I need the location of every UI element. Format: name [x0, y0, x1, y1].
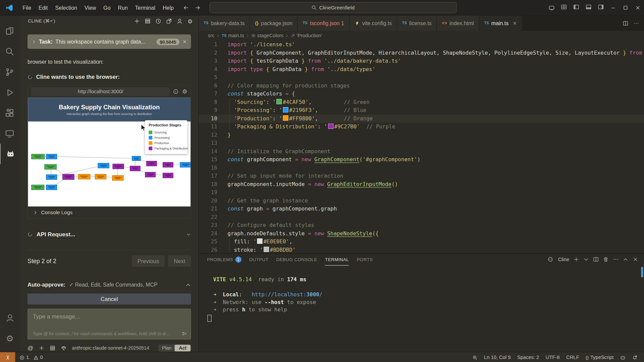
tab-close-icon[interactable] [513, 21, 517, 25]
split-icon[interactable] [623, 20, 628, 26]
api-request-chevron-icon[interactable] [186, 232, 191, 237]
back-arrow-icon[interactable] [183, 5, 189, 10]
statusbar-problems[interactable]: 0 [33, 355, 43, 360]
activitybar-item-extensions[interactable] [0, 103, 19, 123]
tab-main.ts[interactable]: TSmain.ts [479, 16, 523, 31]
graph-node[interactable] [62, 174, 74, 180]
layout-grid-icon[interactable] [561, 4, 567, 10]
graph-node[interactable] [31, 154, 45, 159]
graph-node[interactable] [44, 164, 57, 170]
tab-package.json[interactable]: {}package.json [250, 16, 298, 31]
trash-icon[interactable] [603, 256, 609, 262]
ellipsis-icon[interactable] [633, 20, 639, 26]
activitybar-item-search-side[interactable] [0, 41, 19, 61]
console-logs-toggle[interactable]: Console Logs [28, 206, 191, 219]
graph-node[interactable] [98, 163, 109, 168]
command-center-search[interactable]: ClineGreenfield [209, 2, 457, 13]
statusbar-utf-8[interactable]: UTF-8 [546, 355, 560, 360]
remote-indicator[interactable] [0, 352, 15, 362]
panel-right-icon[interactable] [598, 4, 604, 10]
previous-button[interactable]: Previous [132, 255, 165, 267]
graph-node[interactable] [112, 175, 123, 181]
activitybar-item-remote-explorer[interactable] [0, 123, 19, 143]
info-icon[interactable] [173, 88, 179, 94]
browser-url-field[interactable]: http://localhost:3000/ [31, 87, 170, 96]
plan-act-toggle[interactable]: Plan Act [158, 344, 191, 352]
plus-icon[interactable] [134, 18, 140, 24]
panel-tab-ports[interactable]: PORTS [357, 254, 373, 265]
graph-node[interactable] [163, 162, 173, 168]
graph-node[interactable] [113, 164, 124, 169]
terminal-profile-label[interactable]: Cline [558, 256, 570, 262]
server-icon[interactable] [50, 345, 55, 351]
graph-node[interactable] [180, 162, 191, 168]
server-icon[interactable] [145, 18, 151, 24]
menu-help[interactable]: Help [159, 5, 177, 11]
history-icon[interactable] [155, 18, 161, 24]
activitybar-item-explorer[interactable] [0, 20, 19, 41]
next-button[interactable]: Next [168, 255, 191, 267]
terminal-output[interactable]: VITE v4.5.14 ready in 174 ms ➜ Local: ht… [199, 265, 644, 352]
menu-go[interactable]: Go [100, 5, 114, 11]
tab-bakery-data.ts[interactable]: TSbakery-data.ts [199, 16, 250, 31]
plus-icon[interactable] [573, 256, 579, 262]
panel-tab-terminal[interactable]: TERMINAL [325, 254, 349, 266]
menu-run[interactable]: Run [114, 5, 131, 11]
tab-vite.config.ts[interactable]: vite.config.ts [350, 16, 397, 31]
graph-node[interactable] [132, 156, 141, 161]
minimize-icon[interactable] [607, 5, 620, 10]
breadcrumb-item[interactable]: TSmain.ts [222, 33, 244, 39]
graph-node[interactable] [46, 174, 57, 180]
panel-tab-output[interactable]: OUTPUT [249, 254, 269, 265]
message-composer[interactable]: Type a message... Type @ for context, / … [28, 309, 191, 340]
statusbar-zoom-status[interactable] [472, 355, 478, 360]
panel-left-icon[interactable] [573, 4, 579, 10]
graph-node[interactable] [46, 185, 57, 190]
maximize-icon[interactable] [620, 5, 632, 10]
graph-node[interactable] [145, 172, 156, 177]
chev-u-icon[interactable] [623, 256, 628, 262]
task-close-icon[interactable] [182, 40, 187, 44]
breadcrumb-item[interactable]: 'Production' [291, 33, 322, 39]
menu-view[interactable]: View [81, 5, 100, 11]
account-icon[interactable] [177, 18, 183, 24]
cancel-button[interactable]: Cancel [28, 294, 191, 305]
statusbar-problems[interactable]: 1 [19, 355, 29, 360]
plus-icon[interactable] [39, 345, 44, 351]
api-request-row[interactable]: API Request... [28, 231, 191, 238]
close-icon[interactable] [633, 256, 638, 262]
send-icon[interactable] [181, 331, 187, 337]
code-editor[interactable]: 1import './license.ts'2import { GraphCom… [199, 41, 644, 253]
at-icon[interactable]: @ [28, 345, 33, 351]
statusbar-typescript[interactable]: {}TypeScript [586, 355, 613, 360]
close-icon[interactable] [632, 5, 644, 10]
ellipsis-icon[interactable] [613, 256, 619, 262]
auto-approve-chevron-icon[interactable] [185, 282, 191, 288]
menu-selection[interactable]: Selection [52, 5, 81, 11]
tab-tsconfig.json[interactable]: TStsconfig.json 1 [298, 16, 350, 31]
graph-node[interactable] [46, 154, 57, 159]
activitybar-item-run-debug[interactable] [0, 82, 19, 103]
task-banner[interactable]: Task: This workspace contains graph data… [28, 35, 191, 49]
statusbar-crlf[interactable]: CRLF [566, 355, 579, 360]
graph-node[interactable] [146, 161, 157, 166]
activitybar-item-settings[interactable]: ⚙ [0, 328, 20, 348]
graph-node[interactable] [31, 185, 44, 190]
open-editor-icon[interactable] [166, 18, 172, 24]
tab-license.ts[interactable]: TSlicense.ts [397, 16, 437, 31]
tab-index.html[interactable]: <>index.html [437, 16, 479, 31]
task-expand-chevron-icon[interactable] [32, 40, 36, 44]
chev-d-icon[interactable] [583, 256, 589, 262]
forward-arrow-icon[interactable] [195, 5, 200, 10]
terminal-scrollbar[interactable] [641, 267, 643, 278]
browser-settings-gear-icon[interactable]: ⚙ [182, 88, 187, 94]
panel-tab-debug-console[interactable]: DEBUG CONSOLE [276, 254, 317, 265]
graph-node[interactable] [130, 166, 141, 171]
menu-edit[interactable]: Edit [35, 5, 51, 11]
split-icon[interactable] [593, 256, 599, 262]
plan-mode-option[interactable]: Plan [159, 345, 175, 352]
activitybar-item-source-control[interactable] [0, 62, 19, 82]
remote-window-icon[interactable] [549, 5, 554, 10]
panel-bottom-icon[interactable] [586, 4, 591, 10]
graph-node[interactable] [163, 173, 173, 178]
